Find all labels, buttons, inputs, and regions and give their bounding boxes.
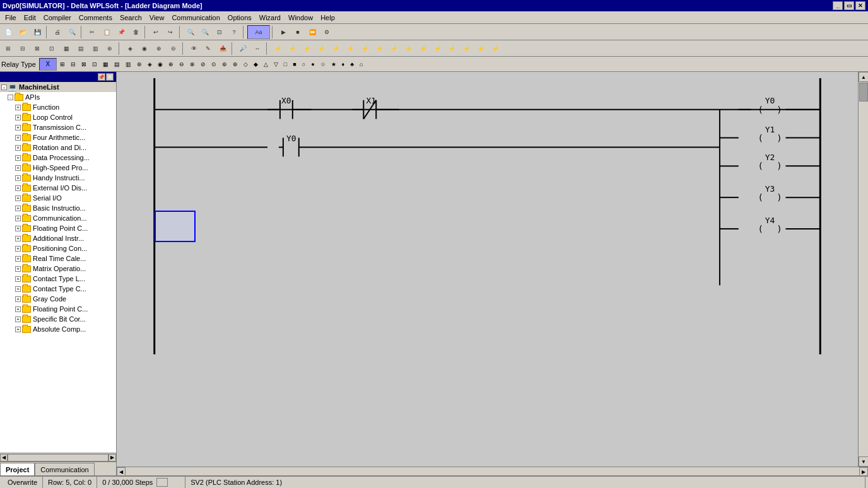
v-scroll-up[interactable]: ▲ — [859, 72, 868, 82]
tree-communication[interactable]: + Communication... — [0, 213, 116, 223]
relay-btn-30[interactable]: ⌂ — [357, 58, 365, 71]
tree-fourarithmetic[interactable]: + Four Arithmetic... — [0, 132, 116, 142]
tree-loopcontrol[interactable]: + Loop Control — [0, 112, 116, 122]
v-scroll-track[interactable] — [859, 82, 868, 456]
relay-btn-3[interactable]: ⊠ — [79, 58, 89, 71]
relay-btn-6[interactable]: ▤ — [112, 58, 122, 71]
relay-btn-24[interactable]: ○ — [300, 58, 308, 71]
tab-project[interactable]: Project — [0, 463, 35, 475]
diagram-area[interactable]: X0 X1 Y0 — [117, 72, 858, 467]
relay-btn-23[interactable]: ■ — [290, 58, 298, 71]
root-expand[interactable]: - — [1, 84, 7, 90]
relay-btn-21[interactable]: ▽ — [271, 58, 281, 71]
tb2-more1[interactable]: ⚡ — [271, 42, 284, 55]
menu-file[interactable]: File — [1, 12, 20, 23]
relay-btn-19[interactable]: ◆ — [251, 58, 261, 71]
compile-btn[interactable]: ⚙ — [320, 25, 334, 39]
tb2-more11[interactable]: ⚡ — [416, 42, 430, 55]
serialio-expand[interactable]: + — [15, 195, 21, 201]
tb2-more5[interactable]: ⚡ — [329, 42, 343, 55]
run-btn[interactable]: ▶ — [276, 25, 290, 39]
tree-realtimecal[interactable]: + Real Time Cale... — [0, 253, 116, 264]
undo-btn[interactable]: ↩ — [149, 25, 163, 39]
tb2-btn10[interactable]: ◉ — [138, 42, 151, 55]
relay-btn-25[interactable]: ● — [308, 58, 317, 71]
tb2-btn4[interactable]: ⊡ — [45, 42, 59, 55]
absolutecomp-expand[interactable]: + — [15, 327, 21, 332]
basicinstruction-expand[interactable]: + — [15, 206, 21, 211]
print-btn[interactable]: 🖨 — [50, 25, 64, 39]
tb2-more9[interactable]: ⚡ — [387, 42, 401, 55]
relay-btn-22[interactable]: □ — [281, 58, 290, 71]
realtimecal-expand[interactable]: + — [15, 256, 21, 262]
tree-handy[interactable]: + Handy Instructi... — [0, 173, 116, 183]
h-scroll-track[interactable] — [8, 454, 108, 462]
tree-dataprocessing[interactable]: + Data Processing... — [0, 153, 116, 163]
menu-help[interactable]: Help — [317, 12, 339, 23]
diag-h-scroll-track[interactable] — [126, 467, 859, 475]
tree-matrixop[interactable]: + Matrix Operatio... — [0, 264, 116, 274]
tb2-read[interactable]: 📥 — [216, 42, 230, 55]
relay-btn-4[interactable]: ⊡ — [90, 58, 100, 71]
h-scroll-left[interactable]: ◀ — [0, 454, 8, 462]
relay-btn-13[interactable]: ⊗ — [187, 58, 197, 71]
tb2-more14[interactable]: ⚡ — [459, 42, 473, 55]
tb2-btn6[interactable]: ▤ — [74, 42, 88, 55]
tree-positioningcon[interactable]: + Positioning Con... — [0, 243, 116, 253]
tb2-more7[interactable]: ⚡ — [358, 42, 372, 55]
menu-edit[interactable]: Edit — [20, 12, 40, 23]
tree-highspeed[interactable]: + High-Speed Pro... — [0, 163, 116, 173]
tb2-btn12[interactable]: ⊖ — [167, 42, 180, 55]
diag-h-scroll-right[interactable]: ▶ — [859, 467, 868, 475]
save-btn[interactable]: 💾 — [30, 25, 44, 39]
tb2-btn2[interactable]: ⊟ — [16, 42, 30, 55]
tb2-btn5[interactable]: ▦ — [59, 42, 73, 55]
tree-serialio[interactable]: + Serial I/O — [0, 193, 116, 203]
help-btn[interactable]: ? — [227, 25, 241, 39]
relay-btn-12[interactable]: ⊖ — [177, 58, 187, 71]
tree-absolutecomp[interactable]: + Absolute Comp... — [0, 324, 116, 334]
tree-rotation[interactable]: + Rotation and Di... — [0, 142, 116, 153]
relay-btn-18[interactable]: ◇ — [241, 58, 250, 71]
tree-container[interactable]: - 💻 MachineList - APIs + Function + Loop… — [0, 82, 116, 453]
dataprocessing-expand[interactable]: + — [15, 155, 21, 161]
tab-communication[interactable]: Communication — [35, 463, 94, 475]
tree-root[interactable]: - 💻 MachineList — [0, 82, 116, 92]
additionalinstr-expand[interactable]: + — [15, 236, 21, 241]
menu-comments[interactable]: Comments — [75, 12, 116, 23]
print-preview-btn[interactable]: 🔍 — [65, 25, 79, 39]
tree-basicinstruction[interactable]: + Basic Instructio... — [0, 203, 116, 213]
tree-contacttypel[interactable]: + Contact Type L... — [0, 274, 116, 284]
externalio-expand[interactable]: + — [15, 185, 21, 191]
v-scroll-down[interactable]: ▼ — [859, 456, 868, 467]
menu-wizard[interactable]: Wizard — [255, 12, 284, 23]
contacttypel-expand[interactable]: + — [15, 276, 21, 282]
menu-window[interactable]: Window — [284, 12, 317, 23]
relay-btn-16[interactable]: ⊚ — [220, 58, 230, 71]
redo-btn[interactable]: ↪ — [163, 25, 177, 39]
tb2-btn11[interactable]: ⊕ — [152, 42, 166, 55]
relay-btn-29[interactable]: ♣ — [348, 58, 356, 71]
specificbit-expand[interactable]: + — [15, 317, 21, 322]
relay-btn-20[interactable]: △ — [261, 58, 271, 71]
tree-externalio[interactable]: + External I/O Dis... — [0, 183, 116, 193]
floatingpoint2-expand[interactable]: + — [15, 306, 21, 312]
zoom-out-btn[interactable]: 🔍 — [198, 25, 212, 39]
tb2-more16[interactable]: ⚡ — [488, 42, 502, 55]
tb2-more15[interactable]: ⚡ — [474, 42, 488, 55]
menu-search[interactable]: Search — [116, 12, 146, 23]
tb2-btn8[interactable]: ⊛ — [103, 42, 117, 55]
transmission-expand[interactable]: + — [15, 125, 21, 131]
tb2-more3[interactable]: ⚡ — [300, 42, 314, 55]
menu-communication[interactable]: Communication — [168, 12, 223, 23]
tb2-more8[interactable]: ⚡ — [372, 42, 386, 55]
relay-btn-27[interactable]: ★ — [329, 58, 339, 71]
copy-btn[interactable]: 📋 — [100, 25, 114, 39]
minimize-btn[interactable]: _ — [833, 1, 843, 10]
diag-h-scroll-left[interactable]: ◀ — [117, 467, 126, 475]
zoom-in-btn[interactable]: 🔍 — [184, 25, 197, 39]
loopcontrol-expand[interactable]: + — [15, 115, 21, 120]
tree-transmission[interactable]: + Transmission C... — [0, 122, 116, 132]
paste-btn[interactable]: 📌 — [114, 25, 128, 39]
highspeed-expand[interactable]: + — [15, 165, 21, 171]
